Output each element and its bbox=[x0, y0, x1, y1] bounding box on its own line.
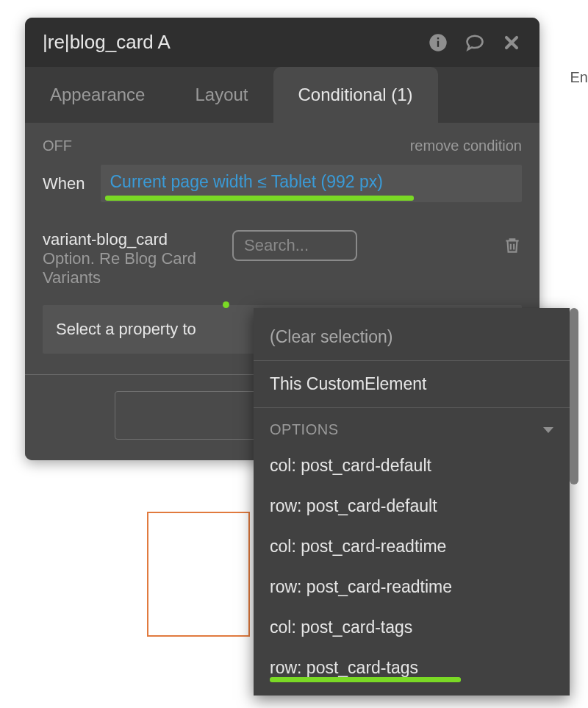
dropdown-option[interactable]: col: post_card-tags bbox=[254, 607, 570, 648]
when-label: When bbox=[43, 174, 85, 193]
remove-condition-link[interactable]: remove condition bbox=[410, 137, 522, 154]
dropdown-option-label: row: post_card-tags bbox=[270, 658, 418, 677]
condition-off-label: OFF bbox=[43, 137, 72, 154]
when-row: When Current page width ≤ Tablet (992 px… bbox=[43, 165, 522, 202]
chevron-down-icon bbox=[543, 427, 553, 433]
background-canvas-box bbox=[147, 512, 250, 637]
dropdown-clear-selection[interactable]: (Clear selection) bbox=[254, 317, 570, 357]
highlight-underline bbox=[105, 196, 414, 201]
info-icon[interactable] bbox=[428, 32, 448, 53]
tab-layout[interactable]: Layout bbox=[170, 67, 273, 123]
condition-expression-input[interactable]: Current page width ≤ Tablet (992 px) bbox=[101, 165, 522, 202]
close-icon[interactable] bbox=[501, 32, 522, 53]
tab-appearance[interactable]: Appearance bbox=[25, 67, 170, 123]
panel-title: |re|blog_card A bbox=[43, 31, 171, 54]
dropdown-this-element[interactable]: This CustomElement bbox=[254, 364, 570, 404]
highlight-underline bbox=[270, 677, 461, 682]
condition-expression-text: Current page width ≤ Tablet (992 px) bbox=[110, 172, 382, 191]
indicator-dot bbox=[223, 301, 229, 308]
dropdown-separator bbox=[254, 407, 570, 408]
property-row: variant-blog_card Option. Re Blog Card V… bbox=[43, 230, 522, 287]
dropdown-scrollbar[interactable] bbox=[565, 308, 574, 696]
trash-icon[interactable] bbox=[503, 236, 522, 255]
property-subtitle: Option. Re Blog Card Variants bbox=[43, 249, 219, 287]
dropdown-separator bbox=[254, 360, 570, 361]
dropdown-option[interactable]: row: post_card-readtime bbox=[254, 567, 570, 607]
svg-rect-2 bbox=[437, 37, 439, 39]
tab-conditional[interactable]: Conditional (1) bbox=[273, 67, 438, 123]
comment-icon[interactable] bbox=[465, 32, 485, 53]
dropdown-option[interactable]: col: post_card-readtime bbox=[254, 526, 570, 567]
svg-rect-1 bbox=[437, 40, 439, 46]
scrollbar-thumb[interactable] bbox=[570, 308, 578, 484]
options-dropdown: (Clear selection) This CustomElement OPT… bbox=[254, 308, 570, 696]
select-property-label: Select a property to bbox=[56, 320, 196, 338]
tabs: Appearance Layout Conditional (1) bbox=[25, 67, 539, 123]
panel-header: |re|blog_card A bbox=[25, 18, 539, 67]
property-name: variant-blog_card bbox=[43, 230, 219, 249]
search-input[interactable] bbox=[232, 230, 357, 261]
panel-header-actions bbox=[428, 32, 522, 53]
dropdown-heading-label: OPTIONS bbox=[270, 421, 339, 438]
dropdown-option[interactable]: row: post_card-default bbox=[254, 486, 570, 526]
dropdown-options-heading[interactable]: OPTIONS bbox=[254, 411, 570, 446]
background-partial-text: En bbox=[570, 69, 588, 86]
dropdown-option[interactable]: row: post_card-tags bbox=[254, 648, 570, 688]
dropdown-option[interactable]: col: post_card-default bbox=[254, 446, 570, 486]
